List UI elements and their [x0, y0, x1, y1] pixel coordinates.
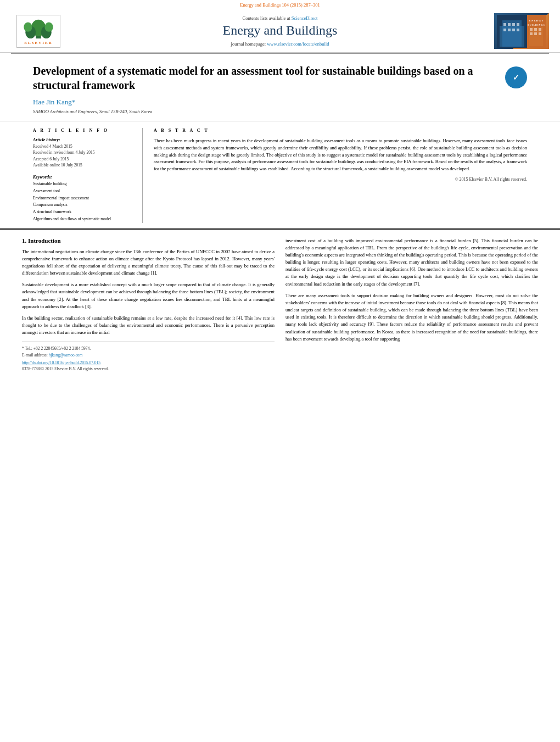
elsevier-logo: ELSEVIER — [11, 15, 66, 48]
intro-para-1: The international negotiations on climat… — [22, 248, 275, 277]
svg-rect-14 — [503, 29, 506, 31]
intro-para-2: Sustainable development is a more establ… — [22, 281, 275, 310]
svg-rect-24 — [530, 32, 533, 35]
intro-para-3: In the building sector, realization of s… — [22, 315, 275, 337]
svg-rect-12 — [512, 23, 515, 26]
svg-rect-15 — [508, 29, 511, 31]
citation-text: Energy and Buildings 104 (2015) 287–301 — [240, 2, 320, 8]
abstract-text: There has been much progress in recent y… — [154, 137, 527, 172]
doi-link[interactable]: http://dx.doi.org/10.1016/j.enbuild.2015… — [22, 360, 275, 365]
received-date: Received 4 March 2015 — [33, 143, 134, 149]
svg-rect-16 — [512, 29, 515, 31]
received-revised-date: Received in revised form 4 July 2015 — [33, 149, 134, 155]
svg-rect-10 — [503, 23, 506, 26]
journal-logo: ENERGY BUILDINGS — [494, 13, 549, 49]
accepted-date: Accepted 6 July 2015 — [33, 156, 134, 162]
article-header: Development of a systematic model for an… — [0, 54, 560, 121]
sciencedirect-link[interactable]: ScienceDirect — [292, 15, 318, 21]
content-right: investment cost of a building with impro… — [285, 237, 538, 371]
svg-rect-17 — [517, 29, 519, 31]
footnote-phone: * Tel.: +82 2 22845665/+82 2 2184 5974. — [22, 345, 275, 352]
svg-text:BUILDINGS: BUILDINGS — [528, 24, 545, 26]
header-center: Contents lists available at ScienceDirec… — [66, 15, 494, 47]
svg-text:✓: ✓ — [513, 74, 519, 82]
keyword-2: Assessment tool — [33, 188, 134, 195]
journal-title-header: Energy and Buildings — [77, 23, 483, 38]
footnote-area: * Tel.: +82 2 22845665/+82 2 2184 5974. … — [22, 342, 275, 371]
right-para-2: There are many assessment tools to suppo… — [285, 292, 538, 343]
svg-point-5 — [44, 22, 53, 31]
abstract-col: A B S T R A C T There has been much prog… — [154, 128, 527, 223]
article-title: Development of a systematic model for an… — [33, 64, 505, 92]
elsevier-tree-icon — [19, 18, 58, 40]
homepage-text: journal homepage: www.elsevier.com/locat… — [77, 41, 483, 47]
svg-rect-23 — [539, 28, 541, 31]
citation-bar: Energy and Buildings 104 (2015) 287–301 — [0, 0, 560, 9]
svg-rect-13 — [517, 23, 519, 26]
right-para-1: investment cost of a building with impro… — [285, 237, 538, 288]
keyword-6: Algorithms and data flows of systematic … — [33, 216, 134, 223]
svg-rect-22 — [534, 28, 537, 31]
svg-rect-25 — [534, 32, 537, 35]
main-content: 1. Introduction The international negoti… — [0, 230, 560, 377]
sciencedirect-text: Contents lists available at ScienceDirec… — [77, 15, 483, 21]
abstract-label: A B S T R A C T — [154, 128, 527, 133]
article-title-section: Development of a systematic model for an… — [33, 64, 527, 92]
available-date: Available online 10 July 2015 — [33, 162, 134, 168]
svg-rect-11 — [508, 23, 511, 26]
abstract-copyright: © 2015 Elsevier B.V. All rights reserved… — [154, 177, 527, 182]
article-info-col: A R T I C L E I N F O Article history: R… — [33, 128, 143, 223]
keyword-5: A structural framework — [33, 209, 134, 216]
svg-rect-26 — [539, 32, 541, 35]
author-name: Hae Jin Kang* — [33, 98, 527, 107]
keyword-4: Comparison analysis — [33, 202, 134, 209]
footnote-email-link[interactable]: hjkang@samoo.com — [49, 353, 83, 358]
keyword-3: Environmental impact assessment — [33, 195, 134, 202]
svg-rect-21 — [530, 28, 533, 31]
content-left: 1. Introduction The international negoti… — [22, 237, 275, 371]
crossmark-badge: ✓ CrossMark — [505, 66, 527, 88]
svg-text:CrossMark: CrossMark — [511, 83, 522, 86]
page-container: Energy and Buildings 104 (2015) 287–301 … — [0, 0, 560, 742]
footnote-email: E-mail address: hjkang@samoo.com — [22, 352, 275, 358]
elsevier-text: ELSEVIER — [24, 41, 52, 45]
keywords-list: Sustainable building Assessment tool Env… — [33, 181, 134, 223]
article-info-label: A R T I C L E I N F O — [33, 128, 134, 133]
svg-text:ENERGY: ENERGY — [529, 19, 544, 22]
homepage-link[interactable]: www.elsevier.com/locate/enbuild — [267, 41, 329, 47]
copyright-footer: 0378-7788/© 2015 Elsevier B.V. All right… — [22, 366, 275, 371]
section-1-heading: 1. Introduction — [22, 237, 275, 244]
keywords-label: Keywords: — [33, 175, 134, 180]
author-affiliation: SAMOO Architects and Engineers, Seoul 13… — [33, 109, 527, 114]
svg-point-4 — [24, 22, 32, 31]
keyword-1: Sustainable building — [33, 181, 134, 188]
article-body: A R T I C L E I N F O Article history: R… — [0, 121, 560, 230]
history-label: Article history: — [33, 137, 134, 142]
header-section: ELSEVIER Contents lists available at Sci… — [0, 9, 560, 53]
